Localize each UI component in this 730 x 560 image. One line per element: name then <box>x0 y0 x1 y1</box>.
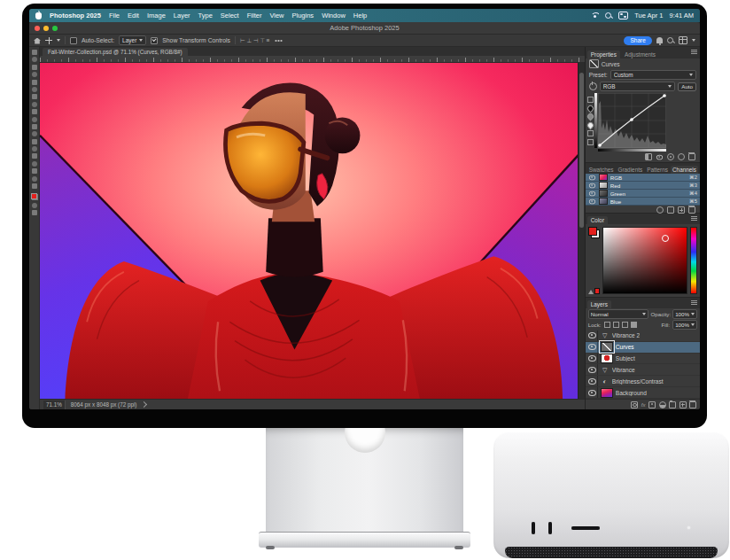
menu-item-view[interactable]: View <box>269 12 283 19</box>
menu-item-edit[interactable]: Edit <box>128 12 139 19</box>
tool-pen-icon[interactable] <box>32 161 37 167</box>
gray-point-eyedropper-icon[interactable] <box>586 113 594 121</box>
visibility-eye-icon[interactable] <box>588 344 596 350</box>
menu-item-image[interactable]: Image <box>147 12 166 19</box>
new-channel-icon[interactable] <box>678 206 685 214</box>
eye-cell[interactable] <box>588 364 598 375</box>
eye-cell[interactable] <box>588 387 598 398</box>
tool-crop-icon[interactable] <box>32 80 37 85</box>
tool-object-selection-icon[interactable] <box>32 72 37 77</box>
black-point-eyedropper-icon[interactable] <box>586 104 594 113</box>
foreground-background-swatch[interactable] <box>588 227 600 238</box>
auto-select-target-dropdown[interactable]: Layer <box>119 35 146 45</box>
preset-dropdown[interactable]: Custom <box>610 70 696 80</box>
tool-hand-icon[interactable] <box>32 203 37 208</box>
document-tab[interactable]: Fall-Winter-Collection.psd @ 71.1% (Curv… <box>43 48 188 56</box>
wifi-icon[interactable] <box>591 12 599 19</box>
color-picker-cursor[interactable] <box>662 235 669 242</box>
menu-app-name[interactable]: Photoshop 2025 <box>50 12 101 19</box>
new-layer-icon[interactable] <box>680 401 687 408</box>
scrollbar-thumb[interactable] <box>579 73 584 227</box>
menu-item-file[interactable]: File <box>109 12 120 19</box>
tab-gradients[interactable]: Gradients <box>616 166 644 174</box>
new-group-icon[interactable] <box>669 401 676 408</box>
move-tool-icon[interactable] <box>45 37 52 44</box>
vertical-scrollbar[interactable] <box>578 63 585 399</box>
layer-row-background[interactable]: Background <box>586 387 700 399</box>
menu-item-plugins[interactable]: Plugins <box>292 12 315 19</box>
more-options-icon[interactable] <box>275 40 283 42</box>
workspace-switcher-icon[interactable] <box>679 36 687 44</box>
layer-row-subject[interactable]: Subject <box>586 354 700 365</box>
saturation-brightness-field[interactable] <box>602 227 687 294</box>
menu-item-select[interactable]: Select <box>221 12 239 19</box>
eye-cell[interactable] <box>588 331 598 341</box>
hue-slider[interactable] <box>690 227 697 294</box>
status-disclosure-icon[interactable] <box>141 401 147 408</box>
tab-layers[interactable]: Layers <box>587 300 611 308</box>
foreground-color-chip[interactable] <box>31 193 37 199</box>
tool-blur-icon[interactable] <box>32 146 37 152</box>
lock-transparency-icon[interactable] <box>604 322 610 328</box>
tool-shape-icon[interactable] <box>32 183 37 189</box>
layer-row-brightness-contrast[interactable]: ◐ Brightness/Contrast <box>586 376 700 387</box>
channel-row-rgb[interactable]: RGB ⌘2 <box>586 174 700 182</box>
tab-properties[interactable]: Properties <box>587 51 620 58</box>
tool-eyedropper-icon[interactable] <box>32 94 37 99</box>
menu-item-help[interactable]: Help <box>353 12 367 19</box>
foreground-background-swatch[interactable] <box>31 193 38 200</box>
tool-lasso-icon[interactable] <box>32 65 37 70</box>
auto-button[interactable]: Auto <box>678 82 696 91</box>
visibility-eye-icon[interactable] <box>589 183 595 188</box>
visibility-eye-icon[interactable] <box>588 355 596 362</box>
layer-row-curves[interactable]: Curves <box>586 342 700 354</box>
tool-history-brush-icon[interactable] <box>32 124 37 129</box>
foreground-color-chip[interactable] <box>588 227 597 236</box>
auto-select-checkbox[interactable] <box>70 37 77 44</box>
tool-brush-icon[interactable] <box>32 109 37 114</box>
tool-zoom-icon[interactable] <box>32 210 37 215</box>
visibility-eye-icon[interactable] <box>588 367 596 373</box>
channel-row-green[interactable]: Green ⌘4 <box>586 190 700 198</box>
opacity-dropdown[interactable]: 100% <box>672 309 697 319</box>
tab-channels[interactable]: Channels <box>671 166 698 174</box>
tool-type-icon[interactable] <box>32 168 37 174</box>
tool-move-icon[interactable] <box>32 50 37 55</box>
tool-gradient-icon[interactable] <box>32 139 37 144</box>
layer-row-vibrance[interactable]: ▽ Vibrance <box>586 364 700 376</box>
menu-item-filter[interactable]: Filter <box>247 12 262 19</box>
blend-mode-dropdown[interactable]: Normal <box>588 309 649 319</box>
reset-icon[interactable] <box>667 153 674 160</box>
spotlight-search-icon[interactable] <box>605 12 612 19</box>
tool-healing-icon[interactable] <box>32 102 37 107</box>
visibility-eye-icon[interactable] <box>656 154 663 159</box>
targeted-adjustment-icon[interactable] <box>589 82 597 90</box>
menu-item-type[interactable]: Type <box>198 12 213 19</box>
menu-item-window[interactable]: Window <box>322 12 346 19</box>
canvas[interactable] <box>40 63 585 399</box>
visibility-eye-icon[interactable] <box>588 378 596 385</box>
link-layers-icon[interactable] <box>631 401 638 408</box>
tab-adjustments[interactable]: Adjustments <box>621 51 659 58</box>
delete-adjustment-icon[interactable] <box>688 153 695 160</box>
delete-layer-icon[interactable] <box>689 401 696 408</box>
tab-swatches[interactable]: Swatches <box>587 166 616 174</box>
tool-marquee-icon[interactable] <box>32 57 37 62</box>
load-selection-icon[interactable] <box>656 206 664 214</box>
channel-row-red[interactable]: Red ⌘3 <box>586 182 700 190</box>
notifications-bell-icon[interactable] <box>656 37 663 43</box>
channel-dropdown[interactable]: RGB <box>600 82 676 91</box>
tab-patterns[interactable]: Patterns <box>645 166 670 174</box>
fill-dropdown[interactable]: 100% <box>672 320 697 330</box>
tab-color[interactable]: Color <box>587 216 608 224</box>
menubar-date[interactable]: Tue Apr 1 <box>634 12 663 19</box>
visibility-eye-icon[interactable] <box>588 332 596 338</box>
visibility-eye-icon[interactable] <box>589 175 595 180</box>
tool-preset-caret-icon[interactable] <box>57 39 60 42</box>
layer-effects-icon[interactable]: fx <box>641 402 646 408</box>
zoom-level-field[interactable]: 71.1% <box>43 401 66 409</box>
tool-eraser-icon[interactable] <box>32 131 37 136</box>
tool-clone-stamp-icon[interactable] <box>32 117 37 122</box>
eye-cell[interactable] <box>588 376 598 386</box>
workspace-caret-icon[interactable] <box>692 39 695 42</box>
